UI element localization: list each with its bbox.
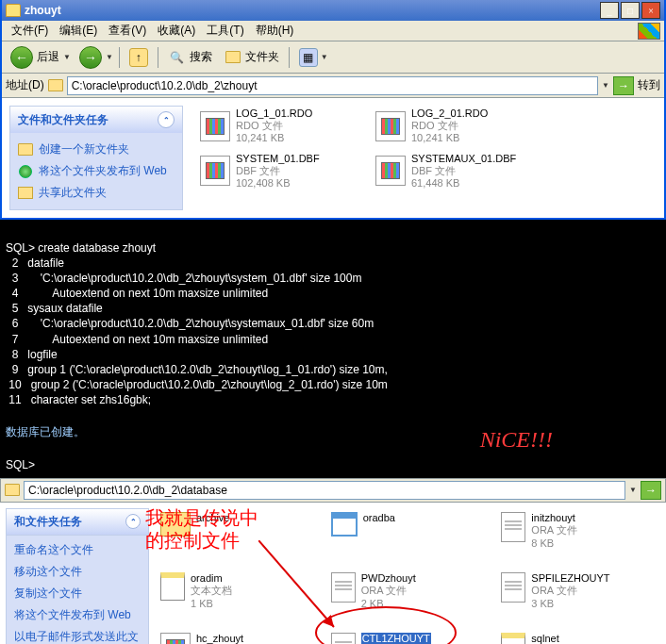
file-name: LOG_1_01.RDO	[236, 107, 312, 120]
task-new-folder[interactable]: 创建一个新文件夹	[18, 139, 175, 160]
file-name: SYSTEM_01.DBF	[236, 153, 320, 165]
nice-annotation: NiCE!!!	[480, 424, 553, 454]
terminal-line: 6 'C:\oracle\product\10.2.0\db_2\zhouyt\…	[6, 316, 660, 331]
file-icon	[501, 572, 525, 603]
terminal-line: 10 group 2 ('C:\oracle\product\10.2.0\db…	[6, 377, 660, 392]
file-name: PWDzhouyt	[361, 572, 416, 584]
file-item[interactable]: SPFILEZHOUYT ORA 文件 3 KB	[499, 570, 662, 627]
menu-edit[interactable]: 编辑(E)	[54, 21, 103, 41]
task-share-folder[interactable]: 共享此文件夹	[18, 182, 175, 204]
result-message: 数据库已创建。	[6, 425, 85, 438]
terminal-line: 4 Autoextend on next 10m maxsize unlimit…	[6, 286, 660, 301]
file-item[interactable]: hc_zhouyt DAT 文件 2 KB	[158, 631, 322, 644]
search-button[interactable]: 🔍搜索	[164, 46, 216, 69]
menu-favorites[interactable]: 收藏(A)	[152, 21, 201, 41]
up-button[interactable]: ↑	[125, 46, 152, 69]
file-name: CTL1ZHOUYT	[361, 633, 431, 644]
address-bar-lower: ▼ →	[0, 478, 666, 503]
address-dropdown[interactable]: ▼	[629, 486, 637, 494]
file-name: sqlnet	[531, 633, 573, 644]
file-item[interactable]: LOG_2_01.RDO RDO 文件 10,241 KB	[374, 106, 534, 147]
address-input[interactable]	[67, 76, 598, 95]
file-icon	[160, 633, 191, 644]
explorer-window-bottom: ▼ → 和文件夹任务 ⌃ 重命名这个文件移动这个文件复制这个文件将这个文件发布到…	[0, 478, 666, 644]
chevron-up-icon: ⌃	[158, 111, 175, 128]
task-link[interactable]: 将这个文件发布到 Web	[14, 604, 141, 626]
forward-button[interactable]: →	[79, 46, 102, 69]
terminal-line: 11 character set zhs16gbk;	[6, 392, 660, 407]
file-item[interactable]: LOG_1_01.RDO RDO 文件 10,241 KB	[198, 106, 358, 147]
terminal-line: 9 group 1 ('C:\oracle\product\10.2.0\db_…	[6, 362, 660, 377]
file-icon	[200, 156, 230, 186]
address-label: 地址(D)	[6, 77, 44, 93]
terminal-line: SQL> create database zhouyt	[6, 240, 660, 256]
file-item[interactable]: CTL1ZHOUYT ORA 文件 8,208 KB	[329, 631, 492, 644]
file-size: 3 KB	[531, 598, 609, 609]
file-type: ORA 文件	[531, 523, 576, 537]
address-input-lower[interactable]	[24, 481, 625, 500]
task-panel-header[interactable]: 文件和文件夹任务 ⌃	[10, 107, 182, 133]
file-icon	[200, 111, 230, 141]
file-name: oradim	[191, 572, 232, 584]
toolbar: ← 后退 ▼ → ▼ ↑ 🔍搜索 文件夹 ▦▼	[2, 41, 664, 74]
task-link[interactable]: 以电子邮件形式发送此文件	[14, 626, 141, 644]
task-link[interactable]: 重命名这个文件	[14, 539, 141, 561]
terminal-line: 5 sysaux datafile	[6, 301, 660, 316]
file-type: ORA 文件	[531, 584, 609, 598]
folders-button[interactable]: 文件夹	[220, 46, 283, 69]
file-size: 61,448 KB	[411, 177, 516, 190]
file-type: ORA 文件	[361, 584, 416, 598]
back-button[interactable]: ← 后退 ▼	[6, 43, 75, 72]
go-button[interactable]: →	[641, 481, 661, 500]
file-icon	[160, 572, 185, 601]
back-label: 后退	[37, 49, 59, 65]
address-bar: 地址(D) ▼ → 转到	[2, 74, 664, 98]
file-item[interactable]: SYSTEM_01.DBF DBF 文件 102,408 KB	[198, 151, 358, 192]
file-list: LOG_1_01.RDO RDO 文件 10,241 KB LOG_2_01.R…	[191, 98, 664, 218]
file-type: RDO 文件	[411, 120, 488, 132]
file-item[interactable]: PWDzhouyt ORA 文件 2 KB	[329, 570, 492, 627]
windows-logo-icon	[638, 23, 660, 40]
file-size: 8 KB	[531, 537, 576, 549]
sql-prompt[interactable]: SQL>	[6, 458, 35, 471]
file-name: initzhouyt	[531, 512, 576, 523]
minimize-button[interactable]: _	[600, 2, 619, 19]
file-item[interactable]: initzhouyt ORA 文件 8 KB	[499, 510, 662, 567]
file-icon	[501, 512, 525, 542]
go-label: 转到	[638, 77, 660, 93]
chevron-up-icon: ⌃	[125, 514, 141, 529]
maximize-button[interactable]: □	[621, 2, 640, 19]
file-icon	[375, 156, 406, 186]
chevron-down-icon: ▼	[106, 53, 113, 61]
task-link[interactable]: 移动这个文件	[14, 561, 141, 583]
annotation-text: 我就是传说中 的控制文件	[145, 506, 258, 552]
task-panel-lower: 和文件夹任务 ⌃ 重命名这个文件移动这个文件复制这个文件将这个文件发布到 Web…	[0, 503, 155, 644]
address-dropdown[interactable]: ▼	[602, 81, 609, 90]
file-size: 10,241 KB	[236, 132, 312, 144]
file-item[interactable]: sqlnet 文本文档 1 KB	[499, 631, 662, 644]
file-icon	[331, 572, 356, 603]
file-item[interactable]: SYSTEMAUX_01.DBF DBF 文件 61,448 KB	[374, 151, 534, 192]
menu-view[interactable]: 查看(V)	[103, 21, 152, 41]
file-type: DBF 文件	[236, 165, 320, 177]
sql-terminal: SQL> create database zhouyt 2 datafile 3…	[0, 220, 666, 478]
task-link[interactable]: 复制这个文件	[14, 583, 141, 604]
file-item[interactable]: oradim 文本文档 1 KB	[158, 570, 322, 627]
close-button[interactable]: ×	[641, 2, 660, 19]
task-publish-web[interactable]: 将这个文件夹发布到 Web	[18, 160, 175, 182]
file-size: 102,408 KB	[236, 177, 320, 190]
file-icon	[331, 633, 356, 644]
task-panel-header-lower[interactable]: 和文件夹任务 ⌃	[6, 508, 149, 536]
file-item[interactable]: oradba	[329, 510, 492, 567]
menu-help[interactable]: 帮助(H)	[250, 21, 300, 41]
menu-tools[interactable]: 工具(T)	[201, 21, 249, 41]
titlebar: zhouyt _ □ ×	[2, 0, 664, 21]
window-title: zhouyt	[25, 4, 598, 17]
task-panel: 文件和文件夹任务 ⌃ 创建一个新文件夹 将这个文件夹发布到 Web 共享此文件夹	[2, 98, 191, 218]
file-type: RDO 文件	[236, 120, 312, 132]
chevron-down-icon: ▼	[63, 53, 71, 61]
menu-file[interactable]: 文件(F)	[6, 21, 54, 41]
go-button[interactable]: →	[613, 76, 634, 95]
file-size: 1 KB	[191, 598, 232, 609]
views-button[interactable]: ▦▼	[295, 46, 332, 69]
